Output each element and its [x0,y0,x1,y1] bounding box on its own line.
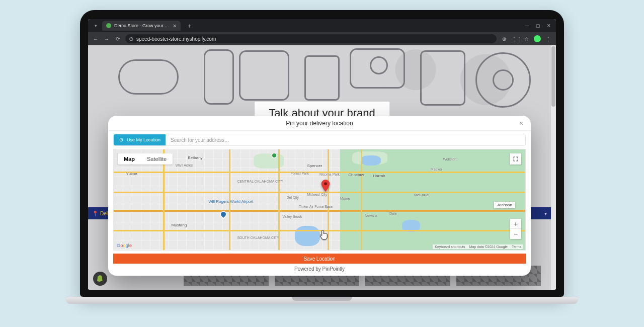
location-pin-icon: 📍 [92,211,98,216]
browser-menu-icon[interactable]: ⋮ [545,36,552,42]
screen: ▾ Demo Store - Grow your reven… ✕ ＋ — ▢ … [88,19,556,290]
shopify-badge-icon[interactable] [93,272,107,286]
window-minimize-button[interactable]: — [524,23,530,28]
extensions-icon[interactable]: ⋮⋮ [512,36,519,42]
map-place-label: Tinker Air Force Base [299,205,333,208]
browser-tab-strip: ▾ Demo Store - Grow your reven… ✕ ＋ — ▢ … [88,19,556,32]
map-center-pin-icon[interactable] [321,180,330,194]
map-attribution: Keyboard shortcuts Map data ©2024 Google… [433,244,523,249]
address-search-row: Use My Location [113,134,526,146]
browser-tab[interactable]: Demo Store - Grow your reven… ✕ [102,21,181,31]
map-tooltip: Johnson [494,202,515,208]
tab-title: Demo Store - Grow your reven… [114,23,170,28]
use-my-location-label: Use My Location [127,137,160,142]
profile-avatar[interactable] [534,35,541,42]
map-type-toggle: Map Satellite [118,153,173,165]
window-close-button[interactable]: ✕ [546,23,552,28]
map-canvas[interactable]: BethanySpencerForest ParkNicoma ParkChoc… [113,149,526,251]
map-place-label: Mustang [172,223,187,227]
map-place-label: Wellston [443,157,456,161]
url-text: speed-booster-store.myshopify.com [136,36,216,42]
map-place-label: Valley Brook [282,215,302,218]
laptop-frame: ▾ Demo Store - Grow your reven… ✕ ＋ — ▢ … [70,10,574,307]
back-button[interactable]: ← [92,36,99,42]
map-place-label: Moore [340,197,350,200]
browser-toolbar: ← → ⟳ ◴ speed-booster-store.myshopify.co… [88,32,556,45]
fullscreen-icon [513,156,519,162]
screen-bezel: ▾ Demo Store - Grow your reven… ✕ ＋ — ▢ … [80,10,564,297]
map-place-label: Bethany [188,155,202,160]
map-fullscreen-button[interactable] [510,153,521,165]
map-zoom-controls: + − [510,219,521,239]
map-data-label: Map data ©2024 Google [469,245,508,249]
address-bar[interactable]: ◴ speed-booster-store.myshopify.com [125,34,497,43]
crosshair-icon [119,137,124,142]
map-type-satellite[interactable]: Satellite [141,153,173,165]
modal-title: Pin your delivery location [286,120,353,127]
scrollbar-thumb[interactable] [551,46,555,107]
tab-search-icon[interactable]: ▾ [92,22,99,29]
map-place-label: McLoud [414,193,428,197]
map-place-label: Dale [389,212,396,215]
map-place-label: Forest Park [291,172,309,175]
map-place-label: CENTRAL OKLAHOMA CITY [237,180,283,183]
map-place-label: Harrah [373,174,385,178]
map-place-label: Nicoma Park [319,173,340,176]
zoom-in-button[interactable]: + [510,219,521,229]
laptop-base [65,297,579,317]
use-my-location-button[interactable]: Use My Location [114,134,166,145]
svg-point-2 [324,182,327,185]
chevron-down-icon: ▾ [544,211,547,216]
forward-button[interactable]: → [103,36,110,42]
new-tab-button[interactable]: ＋ [184,22,196,30]
favicon-icon [106,23,111,28]
site-info-icon[interactable]: ◴ [129,36,133,41]
google-logo: Google [117,243,132,248]
map-place-label: Spencer [307,164,322,168]
modal-header: Pin your delivery location × [108,116,531,131]
translate-icon[interactable]: ⊕ [501,36,508,42]
map-place-label: Warr Acres [176,164,193,167]
powered-by-label: Powered by PinPointly [108,264,531,276]
page-scrollbar[interactable] [551,45,556,290]
address-search-input[interactable] [166,134,525,145]
map-place-label: Newalla [365,214,377,217]
map-place-label: Meeker [431,168,442,171]
delivery-location-modal: Pin your delivery location × Use My Loca… [108,116,531,276]
save-location-button[interactable]: Save Location [113,254,526,264]
close-icon: × [519,119,523,127]
reload-button[interactable]: ⟳ [114,36,121,42]
tab-close-icon[interactable]: ✕ [173,23,177,29]
save-location-label: Save Location [303,256,335,262]
map-place-label: Choctaw [348,173,364,177]
map-terms-link[interactable]: Terms [512,245,521,249]
window-controls: — ▢ ✕ [524,23,556,28]
bookmark-icon[interactable]: ☆ [523,36,530,42]
page-content: Talk about your brand 📍 Delivering ▾ [88,45,556,290]
map-place-label: Del City [287,196,299,199]
map-place-label: SOUTH OKLAHOMA CITY [237,236,279,239]
park-marker-icon [272,153,276,157]
modal-close-button[interactable]: × [517,119,526,128]
map-type-map[interactable]: Map [118,153,141,165]
airport-label: Will Rogers World Airport [208,200,253,204]
zoom-out-button[interactable]: − [510,229,521,239]
svg-point-1 [121,139,122,140]
map-place-label: Yukon [126,172,137,176]
map-shortcuts-link[interactable]: Keyboard shortcuts [435,245,465,249]
window-maximize-button[interactable]: ▢ [535,23,541,28]
